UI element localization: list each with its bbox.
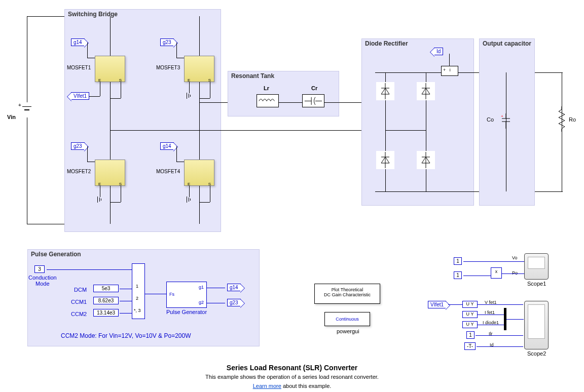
tag-g14-b[interactable]: g14 (160, 142, 174, 150)
scope2-const1[interactable]: 1 (466, 331, 474, 339)
tag-g23-b[interactable]: g23 (71, 142, 85, 150)
tag-vifet1-in[interactable]: VIfet1 (428, 301, 446, 308)
scope1-const1[interactable]: 1 (454, 257, 462, 265)
selector-uy-2[interactable]: U Y (462, 311, 478, 318)
region-title: Pulse Generation (31, 251, 81, 258)
goto-g23[interactable]: g23 (227, 299, 241, 306)
wire (189, 186, 190, 197)
wire (189, 82, 190, 93)
powergui-mode: Continuous (336, 317, 359, 322)
sig (207, 288, 225, 288)
dc-source-icon[interactable]: + (22, 101, 32, 120)
selector-uy-1[interactable]: U Y (462, 301, 478, 308)
plot-gain-l2: DC Gain Characteristic (315, 292, 380, 297)
sig (463, 276, 491, 276)
region-title: Output capacitor (483, 40, 531, 47)
port3: *, 3 (134, 308, 141, 313)
capacitor-co-icon[interactable]: + (501, 113, 511, 129)
wire (87, 43, 88, 58)
scope1-label: Scope1 (527, 281, 546, 287)
wire (449, 54, 450, 66)
wire (110, 98, 121, 99)
selector-uy-3[interactable]: U Y (462, 321, 478, 328)
conduction-mode-const[interactable]: 3 (34, 265, 45, 273)
wire (100, 82, 100, 96)
diode-br[interactable] (417, 151, 435, 169)
sig (506, 319, 524, 320)
sig (478, 325, 504, 325)
wire (110, 16, 111, 224)
sig (476, 335, 523, 336)
mosfet2-block[interactable]: E S (95, 160, 125, 186)
scope1-const2[interactable]: 1 (454, 271, 462, 279)
region-resonant-tank: Resonant Tank (228, 71, 339, 116)
mosfet1-label: MOSFET1 (67, 65, 91, 70)
learn-more-line: Learn more about this example. (0, 383, 584, 389)
mosfet3-label: MOSFET3 (156, 65, 180, 70)
sig (478, 304, 523, 305)
freq-ccm2[interactable]: 13.14e3 (93, 309, 119, 317)
product-block[interactable]: x (491, 267, 502, 279)
tag-g14[interactable]: g14 (71, 38, 85, 46)
scope2-tblock[interactable]: -T- (464, 342, 476, 350)
sig-vo: Vo (512, 255, 518, 260)
mosfet4-label: MOSFET4 (156, 169, 180, 174)
lr-label: Lr (264, 85, 269, 91)
sig (120, 289, 132, 289)
scope1-block[interactable] (524, 253, 549, 280)
tag-id[interactable]: Id (434, 48, 443, 55)
goto-g14[interactable]: g14 (227, 284, 241, 291)
node (385, 102, 386, 103)
sig (207, 303, 225, 303)
wire (210, 82, 210, 98)
mosfet4-block[interactable]: E S (184, 160, 214, 186)
wire (176, 146, 177, 162)
wire (176, 43, 177, 58)
learn-more-rest: about this example. (281, 383, 331, 389)
diode-tl[interactable] (376, 82, 394, 100)
pulse-gen-label: Pulse Generator (166, 309, 207, 315)
mosfet3-block[interactable]: E S (184, 56, 214, 82)
plot-gain-l1: Plot Theoretical (315, 287, 380, 292)
mosfet1-block[interactable]: E S (95, 56, 125, 82)
wire (27, 117, 27, 224)
wire (110, 130, 385, 131)
sig (502, 273, 524, 274)
inductor-block[interactable] (257, 94, 279, 107)
conduction-mode-label: Conduction Mode (28, 275, 57, 287)
sig (478, 315, 504, 315)
diode-tr[interactable] (417, 82, 435, 100)
wire (279, 102, 302, 103)
g1-label: g1 (199, 285, 204, 290)
mode-dcm-label: DCM (74, 287, 87, 293)
freq-ccm1[interactable]: 8.62e3 (93, 297, 119, 304)
learn-more-link[interactable]: Learn more (253, 383, 281, 389)
scope2-label: Scope2 (527, 350, 546, 357)
wire (176, 162, 184, 162)
tag-vifet1-out[interactable]: VIfet1 (71, 92, 89, 100)
wire (110, 202, 121, 203)
freq-dcm[interactable]: 5e3 (93, 285, 119, 292)
page-title: Series Load Resonant (SLR) Converter (0, 364, 584, 372)
svg-text:+: + (501, 114, 503, 119)
terminator-icon (187, 93, 192, 99)
tag-g23[interactable]: g23 (160, 38, 174, 46)
wire (506, 72, 506, 191)
port2: 2 (136, 296, 138, 301)
cr-label: Cr (311, 85, 317, 91)
plot-gain-block[interactable]: Plot Theoretical DC Gain Characteristic (314, 284, 380, 304)
powergui-block[interactable]: Continuous (324, 312, 370, 326)
current-sensor-id[interactable]: + i (441, 66, 458, 76)
g2-label: g2 (199, 300, 204, 305)
mosfet2-label: MOSFET2 (67, 169, 91, 174)
sig (463, 261, 524, 262)
wire (199, 16, 200, 224)
resistor-ro-icon[interactable] (558, 106, 566, 132)
pulse-gen-note: CCM2 Mode: For Vin=12V, Vo=10V & Po=200W (61, 332, 191, 339)
scope2-block[interactable] (524, 301, 549, 349)
wire (27, 16, 27, 102)
sig-po: Po (512, 270, 518, 276)
wire (176, 58, 184, 58)
capacitor-cr-block[interactable] (302, 94, 324, 107)
diode-bl[interactable] (376, 151, 394, 169)
